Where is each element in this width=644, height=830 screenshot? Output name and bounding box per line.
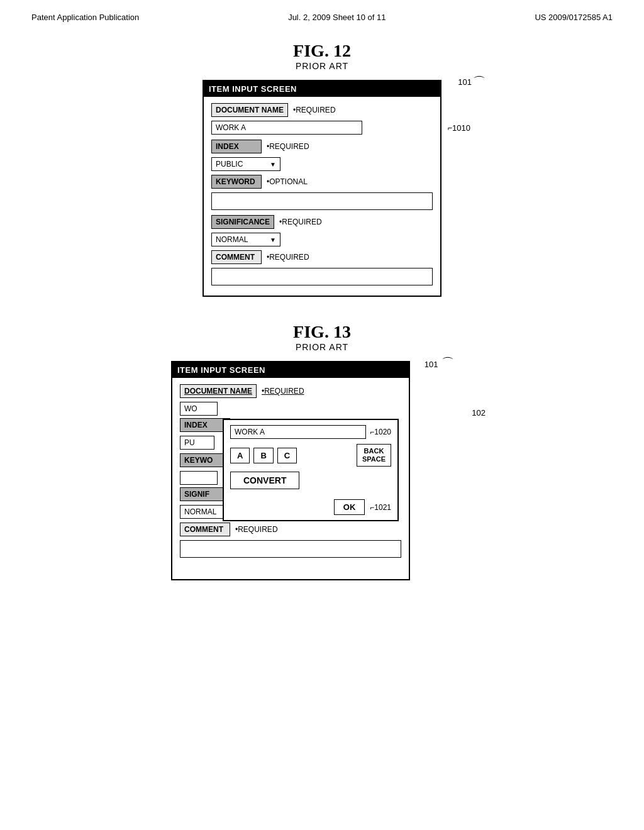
- fig12-index-required: •REQUIRED: [267, 142, 309, 151]
- fig12-document-name-required: •REQUIRED: [293, 106, 336, 114]
- fig13-ok-button[interactable]: OK: [334, 499, 365, 515]
- fig12-comment-row: COMMENT •REQUIRED: [211, 250, 433, 264]
- fig12-worka-input[interactable]: WORK A: [211, 121, 362, 135]
- fig13-document-name-row: DOCUMENT NAME •REQUIRED: [180, 384, 401, 398]
- fig12-keyword-required: •OPTIONAL: [267, 177, 308, 186]
- fig12-keyword-label: KEYWORD: [211, 175, 262, 189]
- fig13-comment-input[interactable]: [180, 540, 401, 558]
- fig12-screen-wrapper: 101 ⌒ ITEM INPUT SCREEN DOCUMENT NAME •R…: [203, 80, 441, 297]
- fig12-comment-input[interactable]: [211, 268, 433, 285]
- fig12-normal-row: NORMAL ▼: [211, 233, 433, 246]
- fig13-convert-row: CONVERT: [230, 472, 391, 494]
- fig12-public-select[interactable]: PUBLIC ▼: [211, 157, 280, 171]
- page: Patent Application Publication Jul. 2, 2…: [0, 0, 644, 830]
- fig12-comment-input-row: [211, 268, 433, 285]
- fig12-ref-101: 101 ⌒: [458, 74, 486, 91]
- fig12-keyword-row: KEYWORD •OPTIONAL: [211, 175, 433, 189]
- fig12-document-name-row: DOCUMENT NAME •REQUIRED: [211, 103, 433, 117]
- fig13-convert-button[interactable]: CONVERT: [230, 472, 299, 489]
- fig13-comment-row: COMMENT •REQUIRED: [180, 523, 401, 536]
- fig12-keyword-input-row: [211, 192, 433, 210]
- fig12-public-dropdown-arrow: ▼: [270, 161, 276, 168]
- fig12-document-name-label: DOCUMENT NAME: [211, 103, 288, 117]
- fig13-comment-required: •REQUIRED: [235, 525, 278, 534]
- fig12-significance-required: •REQUIRED: [279, 218, 322, 226]
- fig13-backspace-key[interactable]: BACKSPACE: [357, 444, 391, 467]
- fig13-pu-select[interactable]: PU: [180, 436, 214, 450]
- fig12-worka-row: WORK A ⌐1010: [211, 121, 433, 135]
- fig12-section: FIG. 12 PRIOR ART 101 ⌒ ITEM INPUT SCREE…: [25, 41, 619, 297]
- fig12-title: FIG. 12: [293, 41, 351, 61]
- fig13-comment-input-row: [180, 540, 401, 558]
- fig13-subtitle: PRIOR ART: [293, 342, 351, 352]
- fig12-normal-select[interactable]: NORMAL ▼: [211, 233, 280, 246]
- fig12-screen: ITEM INPUT SCREEN DOCUMENT NAME •REQUIRE…: [203, 80, 441, 297]
- fig12-title-block: FIG. 12 PRIOR ART: [293, 41, 351, 77]
- fig13-ref-101: 101 ⌒: [425, 355, 454, 372]
- fig13-ref-102: 102: [472, 408, 486, 418]
- fig13-screen: ITEM INPUT SCREEN DOCUMENT NAME •REQUIRE…: [171, 361, 410, 580]
- fig13-title: FIG. 13: [293, 322, 351, 342]
- fig13-wo-input[interactable]: WO: [180, 402, 218, 416]
- fig12-screen-body: DOCUMENT NAME •REQUIRED WORK A ⌐1010 IND…: [204, 97, 440, 296]
- fig12-keyword-input[interactable]: [211, 192, 433, 210]
- fig13-ref-1021: ⌐1021: [370, 503, 391, 512]
- fig13-popup-input[interactable]: WORK A: [230, 425, 366, 439]
- fig12-significance-label: SIGNIFICANCE: [211, 215, 274, 229]
- patent-header: Patent Application Publication Jul. 2, 2…: [25, 13, 619, 22]
- fig13-comment-label: COMMENT: [180, 523, 230, 536]
- header-center: Jul. 2, 2009 Sheet 10 of 11: [288, 13, 386, 22]
- fig13-ok-row: OK ⌐1021: [230, 499, 391, 515]
- fig13-screen-body: DOCUMENT NAME •REQUIRED WO INDEX PU: [172, 378, 409, 579]
- fig13-document-name-label: DOCUMENT NAME: [180, 384, 257, 398]
- header-right: US 2009/0172585 A1: [535, 13, 613, 22]
- fig12-ref-1010: ⌐1010: [447, 123, 470, 133]
- fig13-key-a[interactable]: A: [230, 448, 250, 463]
- fig12-index-row: INDEX •REQUIRED: [211, 140, 433, 153]
- fig13-title-block: FIG. 13 PRIOR ART: [293, 322, 351, 358]
- fig12-normal-dropdown-arrow: ▼: [270, 236, 276, 243]
- fig13-popup-input-row: WORK A ⌐1020: [230, 425, 391, 439]
- header-left: Patent Application Publication: [31, 13, 139, 22]
- fig13-document-name-required: •REQUIRED: [262, 387, 304, 396]
- fig12-index-label: INDEX: [211, 140, 262, 153]
- fig13-key-b[interactable]: B: [253, 448, 273, 463]
- fig12-comment-label: COMMENT: [211, 250, 262, 264]
- fig13-ref-1020: ⌐1020: [370, 428, 391, 436]
- fig12-screen-header: ITEM INPUT SCREEN: [204, 81, 440, 97]
- fig13-abc-row: A B C BACKSPACE: [230, 444, 391, 467]
- fig13-screen-header: ITEM INPUT SCREEN: [172, 362, 409, 378]
- fig12-comment-required: •REQUIRED: [267, 253, 309, 262]
- fig13-key-c[interactable]: C: [277, 448, 297, 463]
- fig13-keyboard-popup: WORK A ⌐1020 A B C BACKSPACE CONVERT: [223, 419, 399, 521]
- fig12-subtitle: PRIOR ART: [293, 61, 351, 71]
- fig13-keyword-input[interactable]: [180, 471, 218, 485]
- fig12-significance-row: SIGNIFICANCE •REQUIRED: [211, 215, 433, 229]
- fig13-screen-wrapper: 101 ⌒ 102 ITEM INPUT SCREEN DOCUMENT NAM…: [171, 361, 473, 580]
- fig13-wo-row: WO: [180, 402, 401, 416]
- fig12-public-row: PUBLIC ▼: [211, 157, 433, 171]
- fig13-section: FIG. 13 PRIOR ART 101 ⌒ 102 ITEM INPUT S…: [25, 322, 619, 580]
